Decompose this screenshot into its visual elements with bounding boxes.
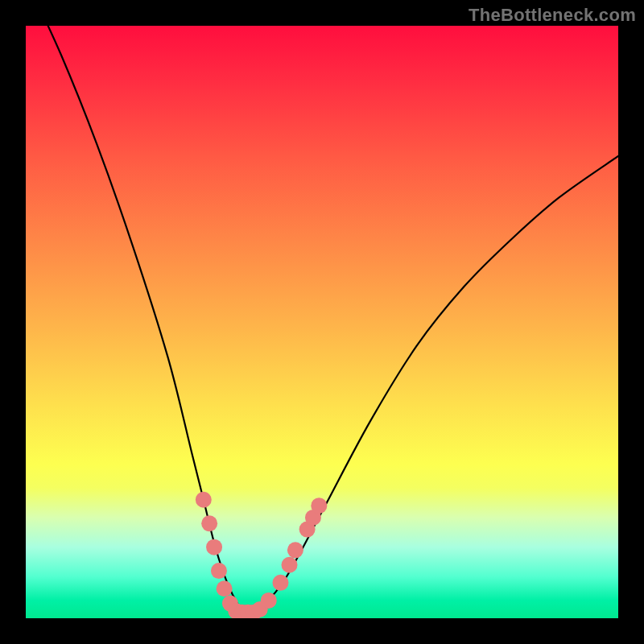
curve-marker	[282, 557, 298, 573]
curve-marker	[217, 580, 233, 597]
curve-marker	[287, 542, 303, 558]
curve-marker	[311, 497, 327, 514]
curve-marker	[196, 492, 212, 508]
curve-markers	[196, 492, 328, 618]
curve-marker	[272, 575, 288, 591]
bottleneck-curve-svg	[26, 26, 618, 618]
curve-marker	[206, 539, 222, 555]
bottleneck-curve	[26, 26, 618, 613]
curve-marker	[211, 563, 227, 579]
chart-frame: TheBottleneck.com	[0, 0, 644, 644]
watermark-text: TheBottleneck.com	[469, 5, 636, 26]
curve-marker	[261, 592, 277, 609]
curve-marker	[201, 515, 217, 531]
plot-area	[26, 26, 618, 618]
